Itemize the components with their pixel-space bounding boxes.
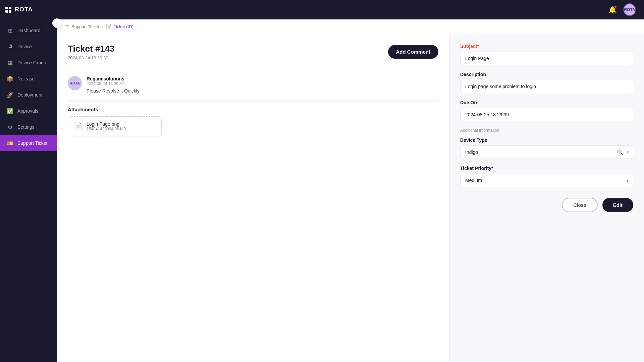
- comment-content: Regamisolutions 2024-08-24 13:39:32 Plea…: [87, 76, 140, 94]
- device-group-icon: ▦: [7, 59, 13, 66]
- device-type-input-wrapper: Indigo 🔍 ✕: [460, 145, 633, 159]
- divider-2: [68, 100, 438, 101]
- priority-select-wrapper: Low Medium High Critical ▾: [460, 174, 633, 187]
- ticket-date: 2024-08-24 13:29:39: [68, 55, 115, 60]
- attachment-info: Login Page.png 154841423034.96 MB: [87, 121, 126, 131]
- description-label: Description: [460, 72, 633, 77]
- device-type-search-icon[interactable]: 🔍: [617, 149, 624, 156]
- edit-button[interactable]: Edit: [602, 198, 633, 212]
- close-button[interactable]: Close: [562, 198, 597, 212]
- sidebar-item-deployment-label: Deployment: [17, 92, 43, 98]
- attachments-section: Attachments: 📄 Login Page.png 1548414230…: [68, 107, 438, 136]
- breadcrumb-ticket-id[interactable]: 📝 Ticket (ID): [106, 24, 133, 29]
- deployment-icon: 🚀: [7, 92, 13, 98]
- sidebar-item-approvals-label: Approvals: [17, 108, 38, 114]
- description-field-group: Description Login page some problem to l…: [460, 72, 633, 93]
- sidebar-item-settings[interactable]: ⚙ Settings: [0, 119, 57, 135]
- breadcrumb-ticket-id-label: Ticket (ID): [113, 24, 133, 29]
- page-body: Ticket #143 2024-08-24 13:29:39 Add Comm…: [57, 34, 644, 362]
- breadcrumb-support-ticket-icon: 🗒: [65, 24, 69, 29]
- device-type-label: Device Type: [460, 137, 633, 143]
- add-comment-button[interactable]: Add Comment: [388, 45, 439, 59]
- action-row: Close Edit: [460, 198, 633, 212]
- sidebar: ROTA ‹ ⊞ Dashboard 🖥 Device ▦ Device Gro…: [0, 0, 57, 362]
- main-area: 🔔 ROTA 🗒 Support Ticket › 📝 Ticket (ID): [57, 0, 644, 362]
- sidebar-item-device[interactable]: 🖥 Device: [0, 39, 57, 55]
- notification-bell-button[interactable]: 🔔: [606, 4, 619, 16]
- attachments-label: Attachments:: [68, 107, 438, 112]
- divider-1: [68, 70, 438, 70]
- notification-badge: [614, 5, 617, 8]
- sidebar-item-approvals[interactable]: ✅ Approvals: [0, 103, 57, 119]
- user-avatar[interactable]: ROTA: [623, 3, 636, 16]
- breadcrumb-separator: ›: [102, 24, 103, 29]
- attachment-card[interactable]: 📄 Login Page.png 154841423034.96 MB: [68, 116, 162, 136]
- comment-block: ROTA Regamisolutions 2024-08-24 13:39:32…: [68, 76, 438, 94]
- breadcrumb: 🗒 Support Ticket › 📝 Ticket (ID): [57, 19, 644, 34]
- subject-label: Subject*: [460, 44, 633, 49]
- device-type-value: Indigo: [460, 145, 633, 159]
- due-on-field-group: Due On 2024-08-25 13:29:39: [460, 100, 633, 121]
- breadcrumb-ticket-icon: 📝: [106, 24, 111, 29]
- due-on-value: 2024-08-25 13:29:39: [460, 108, 633, 121]
- ticket-priority-label: Ticket Priority*: [460, 166, 633, 171]
- sidebar-item-device-group-label: Device Group: [17, 60, 46, 65]
- attachment-filename: Login Page.png: [87, 121, 126, 127]
- file-icon: 📄: [73, 122, 83, 131]
- support-ticket-icon: 🎫: [7, 140, 13, 146]
- due-on-label: Due On: [460, 100, 633, 105]
- comment-avatar: ROTA: [68, 76, 82, 90]
- attachment-filesize: 154841423034.96 MB: [87, 127, 126, 131]
- ticket-header: Ticket #143 2024-08-24 13:29:39 Add Comm…: [68, 44, 438, 60]
- device-type-clear-icon[interactable]: ✕: [626, 149, 630, 156]
- right-panel: Subject* Login Page Description Login pa…: [449, 34, 644, 362]
- sidebar-item-dashboard-label: Dashboard: [17, 28, 41, 33]
- dashboard-icon: ⊞: [7, 27, 13, 34]
- sidebar-nav: ⊞ Dashboard 🖥 Device ▦ Device Group 📦 Re…: [0, 19, 57, 362]
- device-icon: 🖥: [7, 43, 13, 50]
- sidebar-item-dashboard[interactable]: ⊞ Dashboard: [0, 22, 57, 39]
- sidebar-item-settings-label: Settings: [17, 124, 35, 130]
- comment-text: Please Resolve it Quickly: [87, 88, 140, 94]
- content-area: 🗒 Support Ticket › 📝 Ticket (ID) Ticket …: [57, 19, 644, 362]
- description-value: Login page some problem to login: [460, 80, 633, 93]
- release-icon: 📦: [7, 75, 13, 82]
- app-name: ROTA: [15, 6, 33, 13]
- comment-time: 2024-08-24 13:39:32: [87, 81, 140, 86]
- ticket-priority-select[interactable]: Low Medium High Critical: [460, 174, 633, 187]
- sidebar-item-release[interactable]: 📦 Release: [0, 71, 57, 87]
- left-panel: Ticket #143 2024-08-24 13:29:39 Add Comm…: [57, 34, 449, 362]
- settings-icon: ⚙: [7, 124, 13, 130]
- sidebar-item-support-ticket[interactable]: 🎫 Support Ticket: [0, 135, 57, 151]
- ticket-title-group: Ticket #143 2024-08-24 13:29:39: [68, 44, 115, 60]
- breadcrumb-support-ticket[interactable]: 🗒 Support Ticket: [65, 24, 99, 29]
- device-type-field-group: Device Type Indigo 🔍 ✕: [460, 137, 633, 159]
- sidebar-header: ROTA: [0, 0, 57, 19]
- subject-field-group: Subject* Login Page: [460, 44, 633, 65]
- sidebar-item-release-label: Release: [17, 76, 35, 81]
- sidebar-item-deployment[interactable]: 🚀 Deployment: [0, 87, 57, 103]
- additional-info-label: Additional Information: [460, 128, 633, 133]
- approvals-icon: ✅: [7, 108, 13, 114]
- device-type-icons: 🔍 ✕: [617, 149, 630, 156]
- ticket-title: Ticket #143: [68, 44, 115, 54]
- breadcrumb-support-ticket-label: Support Ticket: [71, 24, 99, 29]
- comment-author: Regamisolutions: [87, 76, 140, 81]
- topbar: 🔔 ROTA: [57, 0, 644, 19]
- sidebar-item-device-label: Device: [17, 44, 32, 49]
- sidebar-collapse-button[interactable]: ‹: [52, 18, 62, 28]
- sidebar-item-device-group[interactable]: ▦ Device Group: [0, 55, 57, 71]
- app-logo: [5, 7, 11, 13]
- sidebar-item-support-ticket-label: Support Ticket: [17, 140, 48, 146]
- subject-value: Login Page: [460, 52, 633, 65]
- ticket-priority-field-group: Ticket Priority* Low Medium High Critica…: [460, 166, 633, 187]
